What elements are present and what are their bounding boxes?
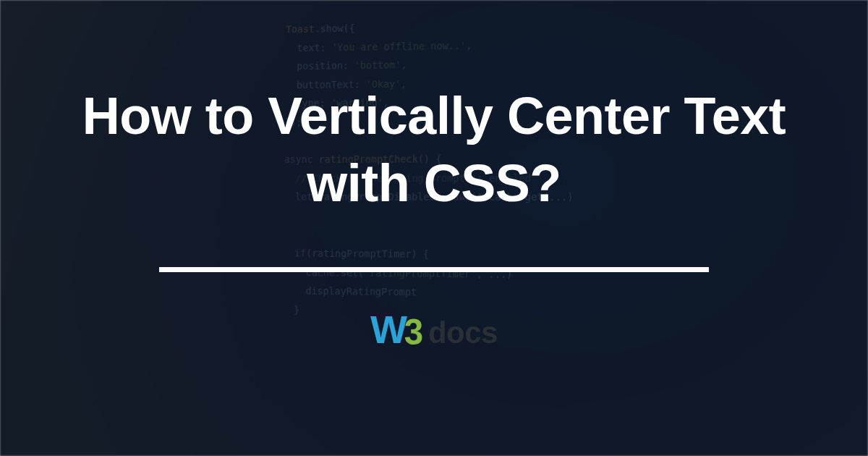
title-divider	[159, 267, 709, 272]
logo-number-3: 3	[404, 311, 423, 353]
brand-logo: W 3 docs	[370, 307, 498, 352]
logo-letter-w: W	[370, 307, 405, 352]
page-title: How to Vertically Center Text with CSS?	[58, 83, 810, 216]
logo-word-docs: docs	[428, 316, 498, 350]
content-container: How to Vertically Center Text with CSS? …	[0, 0, 868, 456]
